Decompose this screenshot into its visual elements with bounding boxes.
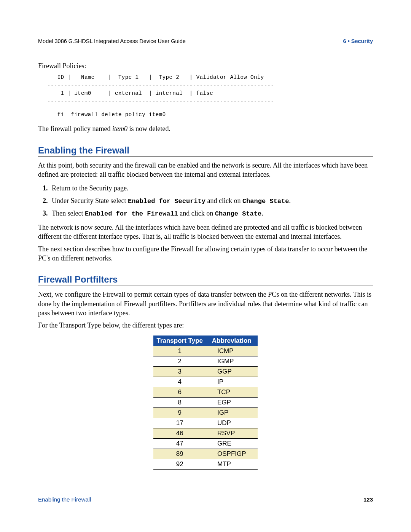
transport-table-wrap: Transport Type Abbreviation 1ICMP 2IGMP … (38, 335, 373, 470)
table-row: 4IP (153, 377, 257, 387)
transport-type-table: Transport Type Abbreviation 1ICMP 2IGMP … (153, 335, 257, 470)
deleted-sentence-pre: The firewall policy named (38, 125, 112, 133)
cell-abbr: IP (206, 377, 258, 387)
section-heading-portfilters: Firewall Portfilters (38, 274, 373, 286)
delete-command: fi firewall delete policy item0 (47, 111, 373, 119)
deleted-sentence: The firewall policy named item0 is now d… (38, 124, 373, 133)
section1-para3: The next section describes how to config… (38, 244, 373, 263)
cell-abbr: EGP (206, 397, 258, 407)
header-chapter: 6 • Security (343, 38, 373, 44)
section2-para2: For the Transport Type below, the differ… (38, 321, 373, 330)
cell-num: 17 (153, 418, 206, 428)
cell-num: 89 (153, 449, 206, 459)
step-2: Under Security State select Enabled for … (49, 197, 373, 205)
footer-section-name: Enabling the Firewall (38, 496, 91, 503)
cell-num: 9 (153, 407, 206, 418)
steps-list: Return to the Security page. Under Secur… (38, 184, 373, 217)
cell-abbr: ICMP (206, 346, 258, 356)
step2-code1: Enabled for Security (128, 198, 206, 205)
cell-num: 47 (153, 438, 206, 449)
cell-abbr: GGP (206, 366, 258, 377)
section-heading-enabling-firewall: Enabling the Firewall (38, 145, 373, 157)
step-1: Return to the Security page. (49, 184, 373, 192)
firewall-policies-label: Firewall Policies: (38, 61, 373, 70)
page-header: Model 3086 G.SHDSL Integrated Access Dev… (38, 38, 373, 46)
step3-post: . (261, 209, 263, 217)
cell-num: 3 (153, 366, 206, 377)
cell-abbr: UDP (206, 418, 258, 428)
cell-num: 46 (153, 428, 206, 438)
table-row: 2IGMP (153, 356, 257, 366)
cell-num: 92 (153, 459, 206, 469)
col-header-transport-type: Transport Type (153, 335, 206, 346)
table-row: 47GRE (153, 438, 257, 449)
cell-abbr: IGP (206, 407, 258, 418)
table-row: 92MTP (153, 459, 257, 469)
step2-code2: Change State (242, 198, 289, 205)
step3-code1: Enabled for the Firewall (85, 210, 178, 217)
step3-mid: and click on (178, 209, 215, 217)
table-row: 8EGP (153, 397, 257, 407)
footer-page-number: 123 (363, 496, 373, 503)
cell-abbr: MTP (206, 459, 258, 469)
step-3: Then select Enabled for the Firewall and… (49, 209, 373, 217)
section1-para2: The network is now secure. All the inter… (38, 223, 373, 241)
page-footer: Enabling the Firewall 123 (38, 496, 373, 503)
deleted-item-name: item0 (112, 125, 127, 133)
table-header-row: Transport Type Abbreviation (153, 335, 257, 346)
cell-abbr: OSPFIGP (206, 449, 258, 459)
table-row: 6TCP (153, 387, 257, 397)
section1-para1: At this point, both security and the fir… (38, 161, 373, 179)
section2-para1: Next, we configure the Firewall to permi… (38, 290, 373, 318)
cell-num: 8 (153, 397, 206, 407)
cell-abbr: TCP (206, 387, 258, 397)
step2-pre: Under Security State select (52, 197, 128, 204)
table-row: 46RSVP (153, 428, 257, 438)
cell-num: 4 (153, 377, 206, 387)
step3-pre: Then select (52, 209, 85, 217)
header-title: Model 3086 G.SHDSL Integrated Access Dev… (38, 38, 186, 44)
step2-mid: and click on (206, 197, 242, 204)
step3-code2: Change State (215, 210, 261, 217)
cell-num: 1 (153, 346, 206, 356)
table-row: 17UDP (153, 418, 257, 428)
col-header-abbreviation: Abbreviation (206, 335, 258, 346)
policy-table-preformatted: ID | Name | Type 1 | Type 2 | Validator … (47, 73, 373, 105)
deleted-sentence-post: is now deleted. (127, 125, 170, 133)
document-page: Model 3086 G.SHDSL Integrated Access Dev… (0, 0, 411, 526)
cell-abbr: IGMP (206, 356, 258, 366)
table-row: 1ICMP (153, 346, 257, 356)
cell-abbr: RSVP (206, 428, 258, 438)
table-row: 89OSPFIGP (153, 449, 257, 459)
cell-num: 6 (153, 387, 206, 397)
step1-text: Return to the Security page. (52, 184, 128, 192)
table-row: 3GGP (153, 366, 257, 377)
table-row: 9IGP (153, 407, 257, 418)
cell-abbr: GRE (206, 438, 258, 449)
cell-num: 2 (153, 356, 206, 366)
step2-post: . (289, 197, 291, 204)
